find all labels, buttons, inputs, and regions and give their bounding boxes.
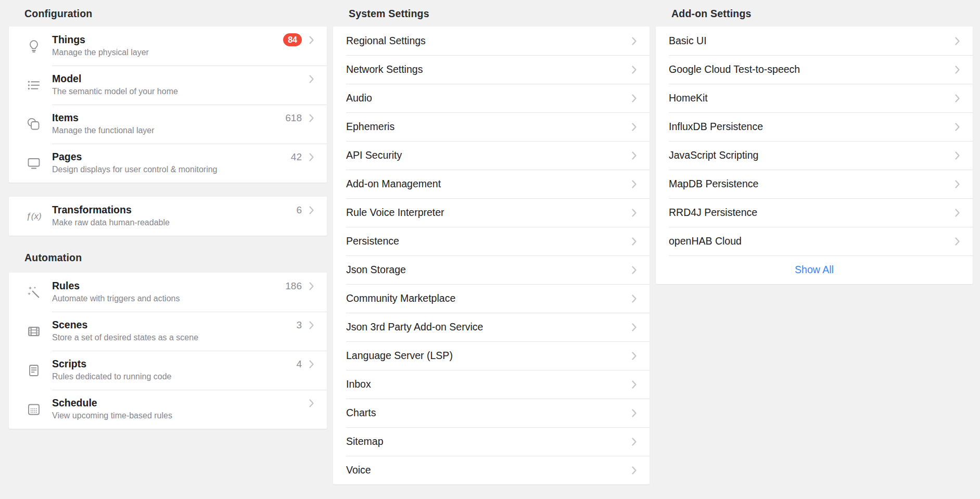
addon-settings-column: Add-on Settings Basic UI Google Cloud Te… [656, 0, 973, 484]
calendar-icon [26, 402, 42, 417]
chevron-right-icon [955, 237, 960, 246]
chevron-right-icon [955, 123, 960, 131]
addon-settings-header: Add-on Settings [656, 7, 973, 20]
chevron-right-icon [632, 94, 637, 103]
list-item-regional-settings[interactable]: Regional Settings [333, 27, 650, 55]
list-item-things[interactable]: Things Manage the physical layer 84 [9, 27, 327, 66]
show-all-link[interactable]: Show All [795, 264, 834, 276]
list-item-label: HomeKit [669, 92, 708, 104]
list-item-label: Community Marketplace [346, 292, 455, 304]
list-item-pages[interactable]: Pages Design displays for user control &… [9, 144, 327, 183]
chevron-right-icon [632, 295, 637, 303]
chevron-right-icon [632, 151, 637, 160]
list-item-api-security[interactable]: API Security [333, 141, 650, 170]
list-item-label: Voice [346, 464, 371, 476]
chevron-right-icon [309, 36, 314, 44]
list-item-model[interactable]: Model The semantic model of your home [9, 66, 327, 105]
list-item-basic-ui[interactable]: Basic UI [656, 27, 973, 55]
system-settings-column: System Settings Regional Settings Networ… [333, 0, 650, 484]
list-item-mapdb-persistence[interactable]: MapDB Persistence [656, 170, 973, 198]
list-item-title: Schedule [52, 396, 309, 410]
list-item-after: 42 [291, 150, 314, 163]
list-item-json-storage[interactable]: Json Storage [333, 255, 650, 284]
configuration-list-card: Things Manage the physical layer 84 Mode… [9, 27, 327, 183]
list-item-network-settings[interactable]: Network Settings [333, 55, 650, 84]
model-tree-icon [26, 78, 42, 93]
list-item-language-server-lsp[interactable]: Language Server (LSP) [333, 341, 650, 370]
list-item-scripts[interactable]: Scripts Rules dedicated to running code … [9, 351, 327, 390]
list-item-after: 6 [296, 203, 314, 216]
scripts-count: 4 [296, 359, 302, 370]
automation-header: Automation [9, 251, 327, 264]
list-item-influxdb-persistence[interactable]: InfluxDB Persistence [656, 112, 973, 141]
chevron-right-icon [632, 209, 637, 217]
list-item-label: Language Server (LSP) [346, 350, 453, 362]
list-item-add-on-management[interactable]: Add-on Management [333, 170, 650, 198]
configuration-column: Configuration Things Manage the physical… [9, 0, 327, 484]
list-item-subtitle: The semantic model of your home [52, 86, 309, 97]
list-item-title: Things [52, 33, 283, 46]
list-item-text: Model The semantic model of your home [52, 66, 309, 105]
list-item-items[interactable]: Items Manage the functional layer 618 [9, 105, 327, 144]
list-item-audio[interactable]: Audio [333, 84, 650, 112]
list-item-after [309, 72, 314, 85]
chevron-right-icon [955, 180, 960, 188]
list-item-after: 186 [285, 279, 314, 292]
list-item-label: Persistence [346, 235, 399, 247]
list-item-subtitle: Design displays for user control & monit… [52, 164, 291, 175]
list-item-json-3rd-party-add-on-service[interactable]: Json 3rd Party Add-on Service [333, 313, 650, 341]
show-all-row[interactable]: Show All [656, 255, 973, 284]
list-item-after: 618 [285, 111, 314, 124]
chevron-right-icon [632, 266, 637, 274]
list-item-label: Sitemap [346, 436, 384, 447]
list-item-text: Things Manage the physical layer [52, 27, 283, 66]
list-item-persistence[interactable]: Persistence [333, 227, 650, 255]
list-item-google-cloud-test-to-speech[interactable]: Google Cloud Test-to-speech [656, 55, 973, 84]
list-item-homekit[interactable]: HomeKit [656, 84, 973, 112]
list-item-text: Transformations Make raw data human-read… [52, 197, 296, 236]
list-item-openhab-cloud[interactable]: openHAB Cloud [656, 227, 973, 255]
list-item-label: Google Cloud Test-to-speech [669, 63, 800, 75]
list-item-javascript-scripting[interactable]: JavaScript Scripting [656, 141, 973, 170]
chevron-right-icon [632, 237, 637, 246]
scenes-count: 3 [296, 319, 302, 331]
list-item-rule-voice-interpreter[interactable]: Rule Voice Interpreter [333, 198, 650, 227]
items-count: 618 [285, 112, 302, 124]
list-item-title: Rules [52, 279, 285, 292]
list-item-rules[interactable]: Rules Automate with triggers and actions… [9, 273, 327, 312]
list-item-schedule[interactable]: Schedule View upcoming time-based rules [9, 390, 327, 429]
list-item-title: Transformations [52, 203, 296, 216]
list-item-label: Regional Settings [346, 35, 426, 47]
script-document-icon [26, 363, 42, 378]
list-item-title: Scenes [52, 318, 296, 331]
chevron-right-icon [632, 66, 637, 74]
chevron-right-icon [955, 37, 960, 45]
list-item-label: Json Storage [346, 264, 406, 276]
list-item-subtitle: Automate with triggers and actions [52, 293, 285, 304]
list-item-rrd4j-persistence[interactable]: RRD4J Persistence [656, 198, 973, 227]
list-item-label: Basic UI [669, 35, 707, 47]
list-item-text: Pages Design displays for user control &… [52, 144, 291, 183]
chevron-right-icon [309, 321, 314, 329]
list-item-sitemap[interactable]: Sitemap [333, 427, 650, 456]
list-item-ephemeris[interactable]: Ephemeris [333, 112, 650, 141]
chevron-right-icon [309, 360, 314, 368]
list-item-label: Json 3rd Party Add-on Service [346, 321, 483, 333]
list-item-inbox[interactable]: Inbox [333, 370, 650, 399]
list-item-scenes[interactable]: Scenes Store a set of desired states as … [9, 312, 327, 351]
list-item-label: Ephemeris [346, 121, 394, 133]
list-item-community-marketplace[interactable]: Community Marketplace [333, 284, 650, 313]
list-item-text: Scripts Rules dedicated to running code [52, 351, 296, 390]
list-item-label: MapDB Persistence [669, 178, 758, 190]
list-item-voice[interactable]: Voice [333, 456, 650, 484]
list-item-label: RRD4J Persistence [669, 207, 757, 219]
list-item-subtitle: Rules dedicated to running code [52, 371, 296, 382]
list-item-transformations[interactable]: ƒ(x) Transformations Make raw data human… [9, 197, 327, 236]
list-item-subtitle: Store a set of desired states as a scene [52, 332, 296, 343]
list-item-text: Schedule View upcoming time-based rules [52, 390, 309, 429]
transformations-list-card: ƒ(x) Transformations Make raw data human… [9, 197, 327, 236]
list-item-label: Add-on Management [346, 178, 441, 190]
list-item-charts[interactable]: Charts [333, 399, 650, 427]
chevron-right-icon [632, 180, 637, 188]
settings-page: Configuration Things Manage the physical… [0, 0, 980, 484]
